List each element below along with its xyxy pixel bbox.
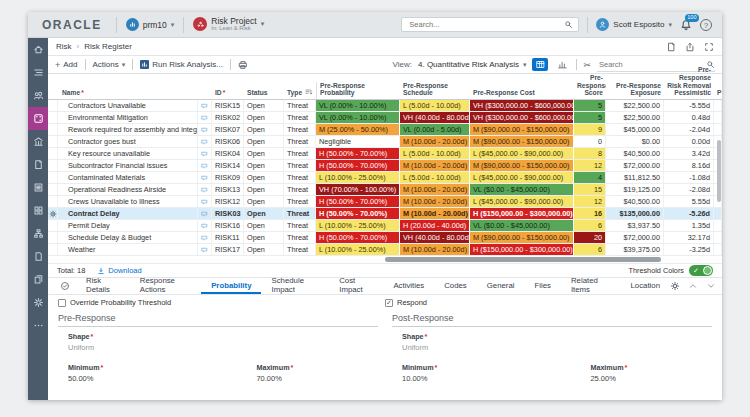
pre-response-risk-removal-cell[interactable]: 5.55d xyxy=(664,196,714,207)
tab-activities[interactable]: Activities xyxy=(383,278,434,294)
pre-response-risk-removal-cell[interactable]: -1.08d xyxy=(664,172,714,183)
chat-icon[interactable] xyxy=(198,148,212,159)
risk-row-RISK11[interactable]: Schedule Delay & BudgetRISK11OpenThreatH… xyxy=(48,232,722,244)
pre-response-exposure-cell[interactable]: $135,000.00 xyxy=(606,208,664,219)
risk-type-cell[interactable]: Threat xyxy=(284,184,316,195)
chat-icon[interactable] xyxy=(198,244,212,255)
pre-response-cost-cell[interactable]: M ($90,000.00 - $150,000.00) xyxy=(470,160,574,171)
risk-id-cell[interactable]: RISK03 xyxy=(212,208,244,219)
risk-row-RISK02[interactable]: Environmental MitigationRISK02OpenThreat… xyxy=(48,112,722,124)
pre-response-exposure-cell[interactable]: $0.00 xyxy=(606,136,664,147)
sidebar-item-activity-lines[interactable] xyxy=(28,61,48,84)
user-menu[interactable]: Scott Esposito ▾ xyxy=(596,18,672,31)
col-pre-response-risk-removal[interactable]: Pre-Response Risk Removal Pessimistic xyxy=(664,66,714,99)
sidebar-item-copy-files[interactable] xyxy=(28,268,48,291)
pre-response-cost-cell[interactable]: L ($45,000.00 - $90,000.00) xyxy=(470,148,574,159)
pre-response-schedule-cell[interactable]: VL (0.00d - 5.00d) xyxy=(400,124,470,135)
pre-response-exposure-cell[interactable]: $72,000.00 xyxy=(606,232,664,243)
risk-status-cell[interactable]: Open xyxy=(244,148,284,159)
pre-response-schedule-cell[interactable]: H (20.00d - 40.00d) xyxy=(400,220,470,231)
pre-response-exposure-cell[interactable]: $40,500.00 xyxy=(606,148,664,159)
pre-response-exposure-cell[interactable]: $45,000.00 xyxy=(606,124,664,135)
risk-row-RISK06[interactable]: Contractor goes bustRISK06OpenThreatNegl… xyxy=(48,136,722,148)
tab-related-items[interactable]: Related Items xyxy=(561,278,621,294)
pre-response-score-cell[interactable]: 6 xyxy=(574,244,606,255)
project-switcher[interactable]: Risk Project In: Lean & Risk ▾ xyxy=(184,17,273,32)
pre-response-cost-cell[interactable]: M ($90,000.00 - $150,000.00) xyxy=(470,232,574,243)
grid-view-button[interactable] xyxy=(532,58,548,71)
sidebar-item-settings-gear[interactable] xyxy=(28,291,48,314)
risk-status-cell[interactable]: Open xyxy=(244,172,284,183)
pre-response-risk-removal-cell[interactable]: -5.26d xyxy=(664,208,714,219)
risk-id-cell[interactable]: RISK04 xyxy=(212,148,244,159)
pre-response-probability-cell[interactable]: H (50.00% - 70.00%) xyxy=(316,160,400,171)
risk-type-cell[interactable]: Threat xyxy=(284,232,316,243)
risk-type-cell[interactable]: Threat xyxy=(284,172,316,183)
respond-checkbox[interactable]: ✓ xyxy=(385,299,393,307)
pre-response-score-cell[interactable]: 12 xyxy=(574,160,606,171)
risk-id-cell[interactable]: RISK15 xyxy=(212,100,244,111)
chat-icon[interactable] xyxy=(198,124,212,135)
sidebar-item-more-ellipsis[interactable] xyxy=(28,314,48,337)
scissors-icon[interactable]: ✂ xyxy=(583,60,591,70)
risk-row-RISK15[interactable]: Contractors UnavailableRISK15OpenThreatV… xyxy=(48,100,722,112)
override-threshold-field[interactable]: Override Probability Threshold xyxy=(58,298,385,307)
pre-response-risk-removal-cell[interactable]: -2.08d xyxy=(664,184,714,195)
pre-response-cost-cell[interactable]: VH ($300,000.00 - $600,000.00) xyxy=(470,112,574,123)
pre-response-risk-removal-cell[interactable]: 3.42d xyxy=(664,148,714,159)
pre-response-cost-cell[interactable]: VL ($0.00 - $45,000.00) xyxy=(470,220,574,231)
pre-response-score-cell[interactable]: 12 xyxy=(574,196,606,207)
notifications-button[interactable]: 100 xyxy=(680,19,692,31)
pre-response-probability-cell[interactable]: H (50.00% - 70.00%) xyxy=(316,208,400,219)
fullscreen-icon[interactable] xyxy=(704,42,714,52)
chart-view-button[interactable] xyxy=(554,58,570,71)
risk-row-RISK03[interactable]: Contract DelayRISK03OpenThreatH (50.00% … xyxy=(48,208,722,220)
minimum-value[interactable]: 10.00% xyxy=(392,372,590,383)
pre-response-schedule-cell[interactable]: L (5.00d - 10.00d) xyxy=(400,148,470,159)
risk-id-cell[interactable]: RISK06 xyxy=(212,136,244,147)
risk-row-RISK14[interactable]: Subcontractor Financial issuesRISK14Open… xyxy=(48,160,722,172)
pre-response-cost-cell[interactable]: VL ($0.00 - $45,000.00) xyxy=(470,184,574,195)
pre-response-schedule-cell[interactable]: L (5.00d - 10.00d) xyxy=(400,172,470,183)
chat-icon[interactable] xyxy=(198,196,212,207)
pre-response-probability-cell[interactable]: H (50.00% - 70.00%) xyxy=(316,196,400,207)
pre-response-probability-cell[interactable]: L (10.00% - 25.00%) xyxy=(316,172,400,183)
risk-status-cell[interactable]: Open xyxy=(244,220,284,231)
col-pre-response-schedule[interactable]: Pre-Response Schedule xyxy=(400,82,470,99)
respond-field[interactable]: ✓ Respond xyxy=(385,298,712,307)
share-icon[interactable] xyxy=(685,42,695,52)
pre-response-probability-cell[interactable]: Negligible xyxy=(316,136,400,147)
row-marker[interactable] xyxy=(48,208,58,219)
tab-risk-details[interactable]: Risk Details xyxy=(76,278,130,294)
printer-icon[interactable] xyxy=(238,60,248,70)
sidebar-item-document[interactable] xyxy=(28,153,48,176)
risk-status-cell[interactable]: Open xyxy=(244,244,284,255)
pre-response-probability-cell[interactable]: H (50.00% - 70.00%) xyxy=(316,148,400,159)
pre-response-exposure-cell[interactable]: $39,375.00 xyxy=(606,244,664,255)
risk-name-cell[interactable]: Schedule Delay & Budget xyxy=(58,232,198,243)
col-id[interactable]: ID* xyxy=(212,89,244,99)
chat-icon[interactable] xyxy=(198,172,212,183)
pre-response-probability-cell[interactable]: VL (0.00% - 10.00%) xyxy=(316,100,400,111)
risk-id-cell[interactable]: RISK09 xyxy=(212,172,244,183)
risk-status-cell[interactable]: Open xyxy=(244,232,284,243)
sidebar-item-dashboard-grid[interactable] xyxy=(28,199,48,222)
risk-row-RISK09[interactable]: Contaminated MaterialsRISK09OpenThreatL … xyxy=(48,172,722,184)
pre-response-score-cell[interactable]: 15 xyxy=(574,184,606,195)
override-threshold-checkbox[interactable] xyxy=(58,299,66,307)
risk-type-cell[interactable]: Threat xyxy=(284,220,316,231)
risk-name-cell[interactable]: Rework required for assembly and integra… xyxy=(58,124,198,135)
sidebar-item-team[interactable] xyxy=(28,84,48,107)
pre-response-risk-removal-cell[interactable]: 0.00d xyxy=(664,136,714,147)
risk-status-cell[interactable]: Open xyxy=(244,136,284,147)
risk-row-RISK13[interactable]: Operational Readiness AirsideRISK13OpenT… xyxy=(48,184,722,196)
chevron-down-icon[interactable] xyxy=(706,281,716,291)
col-pre-response-score[interactable]: Pre-Response Score xyxy=(574,74,606,99)
sidebar-item-risk-dice[interactable] xyxy=(28,107,48,130)
pre-response-score-cell[interactable]: 9 xyxy=(574,124,606,135)
risk-id-cell[interactable]: RISK16 xyxy=(212,220,244,231)
chevron-up-icon[interactable] xyxy=(688,281,698,291)
pre-response-risk-removal-cell[interactable]: -5.55d xyxy=(664,100,714,111)
global-search-input[interactable] xyxy=(407,19,560,30)
tab-cost-impact[interactable]: Cost Impact xyxy=(329,278,383,294)
